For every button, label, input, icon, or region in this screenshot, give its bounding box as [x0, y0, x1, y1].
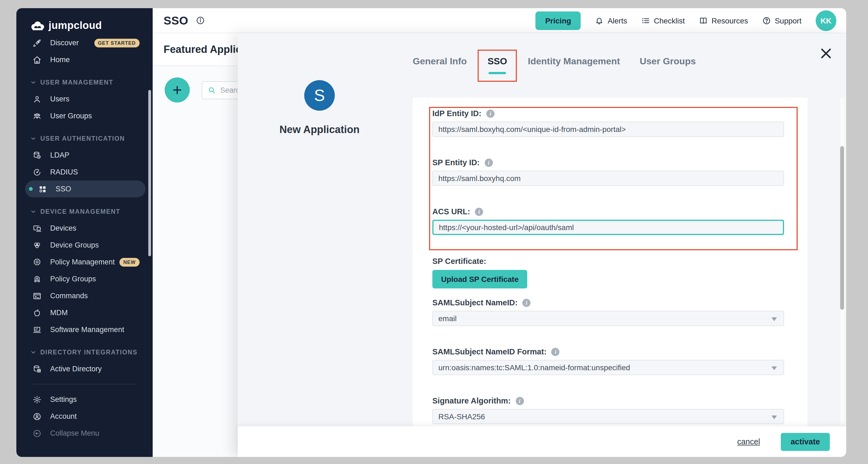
section-title: DIRECTORY INTEGRATIONS: [40, 349, 137, 355]
nameid-format-selected-value: urn:oasis:names:tc:SAML:1.0:nameid-forma…: [438, 363, 630, 372]
sp-entity-id-input[interactable]: [432, 171, 784, 186]
sidebar-item-policy-management[interactable]: Policy Management NEW: [17, 253, 153, 271]
sidebar-item-label: Collapse Menu: [50, 429, 99, 437]
user-icon: [33, 95, 41, 103]
alerts-label: Alerts: [608, 16, 627, 25]
field-label: SAMLSubject NameID Format:: [432, 347, 547, 356]
application-avatar: S: [304, 80, 335, 111]
signature-algorithm-group: Signature Algorithm: i RSA-SHA256: [432, 396, 784, 424]
sidebar: jumpcloud Discover GET STARTED Home USER…: [17, 8, 153, 457]
tab-general-info[interactable]: General Info: [413, 50, 467, 67]
acs-url-input[interactable]: [432, 220, 784, 235]
info-icon[interactable]: i: [475, 208, 483, 216]
sidebar-item-label: LDAP: [50, 151, 69, 159]
sidebar-item-account[interactable]: Account: [17, 408, 153, 425]
sidebar-item-collapse-menu[interactable]: Collapse Menu: [17, 425, 153, 442]
close-icon[interactable]: [819, 47, 833, 61]
info-icon[interactable]: i: [523, 299, 531, 307]
venn-icon: [33, 241, 41, 249]
checklist-icon: [641, 16, 650, 25]
signature-algorithm-label: Signature Algorithm: i: [432, 396, 784, 405]
sidebar-scrollbar[interactable]: [148, 90, 151, 256]
add-application-button[interactable]: +: [165, 78, 190, 102]
sidebar-item-users[interactable]: Users: [17, 91, 153, 107]
nameid-group: SAMLSubject NameID: i email: [432, 298, 784, 326]
support-button[interactable]: Support: [762, 16, 802, 25]
app-window: jumpcloud Discover GET STARTED Home USER…: [17, 8, 846, 457]
sidebar-item-label: Users: [50, 95, 69, 103]
sidebar-item-label: Device Groups: [50, 241, 99, 249]
section-user-management[interactable]: USER MANAGEMENT: [17, 73, 153, 91]
acs-url-label: ACS URL: i: [432, 207, 784, 216]
field-label: Signature Algorithm:: [432, 396, 510, 405]
sidebar-item-ldap[interactable]: LDAP: [17, 147, 153, 163]
sp-certificate-group: SP Certificate: Upload SP Certificate: [432, 257, 784, 288]
sidebar-item-label: Account: [50, 412, 77, 421]
user-groups-icon: [33, 112, 41, 120]
section-device-management[interactable]: DEVICE MANAGEMENT: [17, 203, 153, 220]
logo-text: jumpcloud: [49, 20, 102, 32]
sidebar-item-user-groups[interactable]: User Groups: [17, 107, 153, 124]
sidebar-item-sso[interactable]: SSO: [25, 181, 146, 197]
jumpcloud-logo: jumpcloud: [17, 8, 153, 34]
application-name: New Application: [238, 124, 401, 136]
section-title: USER AUTHENTICATION: [40, 135, 125, 142]
info-icon[interactable]: i: [485, 158, 493, 166]
alerts-button[interactable]: Alerts: [595, 16, 627, 25]
nameid-label: SAMLSubject NameID: i: [432, 298, 784, 307]
info-icon[interactable]: i: [486, 109, 495, 118]
nameid-format-select[interactable]: urn:oasis:names:tc:SAML:1.0:nameid-forma…: [432, 360, 784, 375]
modal-tabs: General Info SSO Identity Management Use…: [413, 50, 715, 82]
new-badge: NEW: [119, 258, 140, 266]
directory-icon: [33, 365, 41, 373]
user-avatar[interactable]: KK: [816, 10, 836, 31]
checklist-button[interactable]: Checklist: [641, 16, 685, 25]
idp-entity-id-input[interactable]: [432, 122, 784, 137]
nameid-format-group: SAMLSubject NameID Format: i urn:oasis:n…: [432, 347, 784, 375]
nameid-selected-value: email: [438, 314, 457, 323]
info-icon[interactable]: [196, 16, 205, 25]
field-label: ACS URL:: [432, 207, 470, 216]
info-icon[interactable]: i: [516, 397, 524, 405]
sidebar-item-devices[interactable]: Devices: [17, 220, 153, 237]
sidebar-item-commands[interactable]: Commands: [17, 287, 153, 304]
section-title: DEVICE MANAGEMENT: [40, 208, 120, 215]
sidebar-item-home[interactable]: Home: [17, 51, 153, 68]
sidebar-item-device-groups[interactable]: Device Groups: [17, 237, 153, 253]
upload-sp-certificate-button[interactable]: Upload SP Certificate: [432, 270, 527, 288]
search-icon: [208, 86, 216, 94]
section-user-authentication[interactable]: USER AUTHENTICATION: [17, 130, 153, 147]
home-icon: [33, 55, 41, 64]
sidebar-item-label: Home: [50, 56, 70, 64]
sidebar-item-active-directory[interactable]: Active Directory: [17, 361, 153, 377]
sidebar-item-software-management[interactable]: Software Management: [17, 321, 153, 338]
tab-sso[interactable]: SSO: [488, 56, 507, 67]
sidebar-item-discover[interactable]: Discover GET STARTED: [17, 34, 153, 51]
sidebar-item-label: Active Directory: [50, 365, 102, 373]
sidebar-item-label: Settings: [50, 395, 77, 403]
pricing-button[interactable]: Pricing: [535, 11, 581, 30]
get-started-badge: GET STARTED: [94, 38, 140, 47]
sidebar-item-radius[interactable]: RADIUS: [17, 163, 153, 181]
tab-identity-management[interactable]: Identity Management: [528, 50, 620, 67]
sidebar-item-label: Devices: [50, 224, 76, 232]
grid-icon: [38, 185, 47, 193]
resources-button[interactable]: Resources: [699, 16, 748, 25]
modal-scrollbar-thumb[interactable]: [840, 146, 844, 310]
info-icon[interactable]: i: [552, 348, 560, 356]
section-directory-integrations[interactable]: DIRECTORY INTEGRATIONS: [17, 343, 153, 361]
sidebar-item-settings[interactable]: Settings: [17, 391, 153, 408]
sidebar-item-mdm[interactable]: MDM: [17, 304, 153, 321]
cancel-link[interactable]: cancel: [737, 437, 760, 446]
tab-user-groups[interactable]: User Groups: [640, 50, 696, 67]
activate-button[interactable]: activate: [781, 433, 830, 451]
nameid-select[interactable]: email: [432, 311, 784, 326]
sidebar-item-label: SSO: [56, 185, 71, 193]
dropdown-arrow-icon: [772, 366, 777, 370]
sidebar-item-label: Software Management: [50, 326, 124, 334]
sidebar-item-policy-groups[interactable]: Policy Groups: [17, 271, 153, 287]
rocket-icon: [33, 38, 41, 47]
sp-entity-id-group: SP Entity ID: i: [432, 158, 784, 186]
terminal-icon: [33, 291, 41, 300]
signature-algorithm-select[interactable]: RSA-SHA256: [432, 409, 784, 424]
